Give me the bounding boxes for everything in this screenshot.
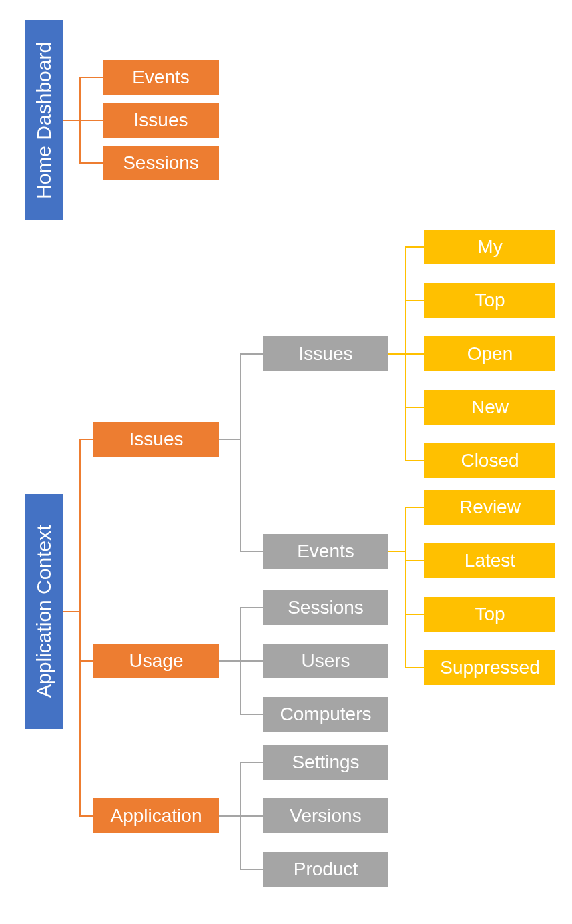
home-issues: Issues (103, 103, 219, 138)
issues-events-suppressed: Suppressed (424, 650, 555, 685)
issues-issues-top: Top (424, 283, 555, 318)
application-settings: Settings (263, 745, 388, 780)
home-sessions: Sessions (103, 146, 219, 180)
issues-issues-closed: Closed (424, 443, 555, 478)
app-application: Application (93, 798, 219, 833)
application-product: Product (263, 852, 388, 887)
application-versions: Versions (263, 798, 388, 833)
issues-issues-new: New (424, 390, 555, 425)
issues-events-top: Top (424, 597, 555, 632)
issues-issues: Issues (263, 336, 388, 371)
issues-events-latest: Latest (424, 543, 555, 578)
root-application-context: Application Context (25, 494, 63, 729)
usage-users: Users (263, 644, 388, 678)
app-usage: Usage (93, 644, 219, 678)
usage-computers: Computers (263, 697, 388, 732)
root-home-dashboard: Home Dashboard (25, 20, 63, 220)
issues-issues-open: Open (424, 336, 555, 371)
home-events: Events (103, 60, 219, 95)
issues-issues-my: My (424, 230, 555, 264)
app-issues: Issues (93, 422, 219, 457)
usage-sessions: Sessions (263, 590, 388, 625)
issues-events: Events (263, 534, 388, 569)
issues-events-review: Review (424, 490, 555, 525)
